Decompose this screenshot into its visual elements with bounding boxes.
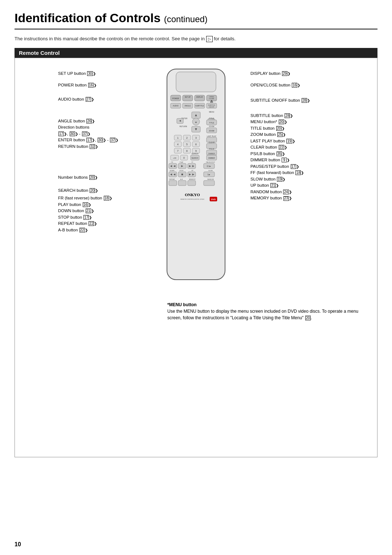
svg-text:PS/LB: PS/LB — [209, 148, 215, 150]
label-menu: MENU button* 20❯ — [250, 119, 334, 125]
continued-text: (continued) — [164, 14, 208, 24]
svg-rect-105 — [188, 181, 196, 186]
intro-paragraph: The instructions in this manual describe… — [15, 36, 377, 42]
svg-text:DOWN: DOWN — [170, 170, 175, 171]
svg-rect-12 — [210, 102, 213, 103]
svg-text:ZOOM: ZOOM — [209, 125, 215, 127]
svg-text:1: 1 — [177, 137, 179, 139]
svg-rect-103 — [169, 181, 177, 186]
label-memory: MEMORY button 23❯ — [250, 195, 334, 201]
svg-text:▲: ▲ — [194, 113, 198, 117]
label-zoom: ZOOM button 25❯ — [250, 132, 334, 138]
label-audio: AUDIO button 27❯ — [58, 97, 142, 102]
label-ff: FF (fast forward) button 18❯ — [250, 170, 334, 176]
title-text: Identification of Controls — [15, 11, 160, 25]
label-openclose: OPEN/CLOSE button 16❯ — [250, 82, 334, 88]
main-content-box: SET UP button 30❯ POWER button 16❯ AUDIO… — [15, 58, 377, 457]
svg-text:A-B: A-B — [180, 178, 183, 180]
footer-text: Use the MENU button to display the menu … — [167, 308, 370, 321]
svg-rect-106 — [204, 181, 215, 186]
svg-text:REPEAT: REPEAT — [169, 178, 175, 180]
label-ab: A-B button 22❯ — [58, 227, 142, 233]
label-power: POWER button 16❯ — [58, 82, 142, 88]
svg-text:►►: ►► — [188, 164, 195, 168]
label-search: SEARCH button 20❯ — [58, 188, 142, 194]
svg-text:2: 2 — [186, 137, 188, 139]
svg-text:FF: FF — [192, 161, 193, 163]
section-header: Remote Control — [15, 48, 377, 58]
svg-text:SUBTITLE: SUBTITLE — [195, 105, 204, 107]
remote-svg: POWER SET UP DISPLAY OPEN/ CLOSE — [156, 65, 236, 291]
svg-text:SET UP: SET UP — [185, 96, 191, 98]
label-play: PLAY button 16❯ — [58, 202, 142, 208]
label-dimmer: DIMMER button 9❯ — [250, 157, 334, 163]
svg-text:◄: ◄ — [179, 119, 181, 122]
page-number: 10 — [15, 541, 21, 548]
svg-text:RETURN: RETURN — [180, 125, 187, 127]
footer-title: *MENU button — [167, 302, 197, 307]
svg-text:8: 8 — [186, 150, 188, 152]
label-stop: STOP button 17❯ — [58, 215, 142, 220]
svg-text:DIMMER: DIMMER — [208, 153, 215, 155]
remote-image: POWER SET UP DISPLAY OPEN/ CLOSE — [145, 65, 247, 291]
svg-rect-1 — [176, 72, 216, 92]
intro-text-end: for details. — [214, 36, 236, 41]
label-clear: CLEAR button 22❯ — [250, 145, 334, 150]
svg-text:PAUSE/STEP: PAUSE/STEP — [206, 161, 215, 163]
svg-text:ONKYO: ONKYO — [185, 193, 200, 197]
svg-text:7: 7 — [177, 150, 179, 152]
svg-text:TITLE: TITLE — [209, 117, 214, 119]
svg-text:9: 9 — [195, 150, 197, 152]
svg-text:UP: UP — [191, 170, 193, 171]
svg-text:STOP: STOP — [180, 170, 184, 171]
label-fr: FR (fast reverse) button 18❯ — [58, 195, 142, 201]
label-number-btns: Number buttons 20❯ — [58, 175, 142, 181]
label-up: UP button 21❯ — [250, 183, 334, 189]
svg-text:■: ■ — [181, 173, 183, 176]
label-enter: ENTER button 17❯, 30❯ - 37❯ — [58, 137, 142, 143]
svg-text:SLOW: SLOW — [208, 170, 213, 171]
svg-text:6: 6 — [195, 143, 197, 146]
label-subtitle: SUBTITLE button 28❯ — [250, 113, 334, 119]
svg-text:II/►: II/► — [207, 165, 212, 167]
svg-text:►: ► — [181, 164, 184, 168]
svg-text:●: ● — [195, 121, 197, 124]
svg-text:ANGLE: ANGLE — [185, 105, 191, 107]
svg-text:MENU: MENU — [209, 111, 215, 113]
label-subtitle-onoff: SUBTITLE ON/OFF button 28❯ — [250, 98, 334, 104]
svg-text:3: 3 — [195, 137, 197, 139]
svg-text:5: 5 — [186, 143, 188, 146]
left-labels: SET UP button 30❯ POWER button 16❯ AUDIO… — [58, 65, 142, 234]
label-setup: SET UP button 30❯ — [58, 71, 142, 77]
svg-text:ON/OFF: ON/OFF — [209, 106, 215, 108]
svg-text:RANDOM: RANDOM — [207, 178, 214, 180]
svg-rect-104 — [178, 181, 186, 186]
label-repeat: REPEAT button 22❯ — [58, 221, 142, 227]
label-down: DOWN button 21❯ — [58, 208, 142, 214]
label-direction-nums: 17❯, 30❯ - 37❯ — [58, 131, 142, 137]
svg-text:AUDIO: AUDIO — [173, 105, 179, 107]
svg-text:FR: FR — [171, 161, 173, 163]
svg-text:LAST PLAY: LAST PLAY — [207, 135, 217, 137]
label-random: RANDOM button 24❯ — [250, 189, 334, 195]
diagram-area: SET UP button 30❯ POWER button 16❯ AUDIO… — [22, 65, 370, 291]
label-display: DISPLAY button 29❯ — [250, 71, 334, 77]
label-angle: ANGLE button 26❯ — [58, 118, 142, 124]
svg-text:▼: ▼ — [194, 127, 198, 131]
svg-text:CLEAR: CLEAR — [209, 141, 215, 143]
svg-text:TITLE: TITLE — [209, 122, 214, 124]
right-labels: DISPLAY button 29❯ OPEN/CLOSE button 16❯… — [250, 65, 334, 202]
label-slow: SLOW button 19❯ — [250, 177, 334, 182]
label-pausestep: PAUSE/STEP button 17❯ — [250, 164, 334, 170]
svg-text:DVD: DVD — [211, 198, 216, 200]
label-return: RETURN button 32❯ — [58, 144, 142, 150]
svg-text:0: 0 — [183, 157, 185, 159]
svg-text:4: 4 — [177, 143, 179, 146]
page-ref-box: ▷ — [206, 36, 213, 42]
svg-text:PLAY: PLAY — [180, 161, 183, 163]
label-direction: Direction buttons — [58, 125, 142, 130]
section-title-text: Remote Control — [19, 50, 60, 56]
svg-text:REMOTE CONTROLLER  RC-375DV: REMOTE CONTROLLER RC-375DV — [180, 198, 204, 200]
page-title: Identification of Controls (continued) — [15, 11, 377, 29]
intro-text-start: The instructions in this manual describe… — [15, 36, 205, 41]
